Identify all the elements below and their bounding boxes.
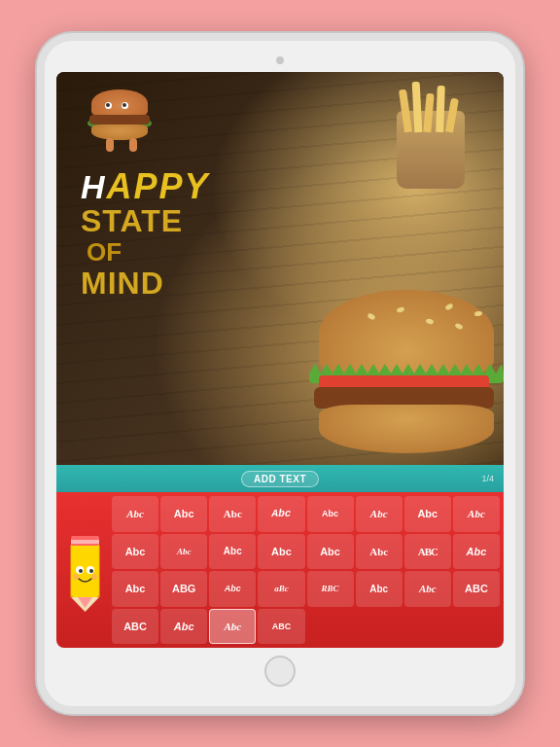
title-of: OF	[87, 238, 210, 267]
fries-decoration	[387, 82, 484, 198]
ipad-camera	[276, 56, 284, 64]
svg-point-9	[79, 569, 83, 573]
font-item[interactable]: Abc	[258, 534, 304, 570]
add-text-button[interactable]: ADD TEXT	[241, 471, 319, 487]
font-item[interactable]: ABC	[258, 609, 304, 645]
font-item[interactable]: ABG	[160, 571, 207, 607]
font-item[interactable]: Abc	[404, 496, 451, 532]
pencil-icon	[56, 492, 110, 648]
font-item[interactable]: ABC	[453, 571, 500, 607]
font-item[interactable]: Abc	[209, 571, 256, 607]
toolbar: ADD TEXT 1/4	[56, 465, 504, 492]
font-item[interactable]: Abc	[307, 534, 354, 570]
font-item[interactable]: Abc	[453, 496, 500, 532]
font-item[interactable]: Abc	[209, 534, 256, 570]
font-item[interactable]: Abc	[112, 534, 158, 570]
fries-bag	[397, 111, 465, 189]
svg-rect-0	[71, 541, 99, 597]
title-mind: MIND	[81, 267, 210, 301]
font-item-selected[interactable]: Abc	[209, 609, 256, 645]
font-grid: Abc Abc Abc Abc Abc Abc Abc Abc Abc Abc …	[110, 492, 504, 648]
svg-point-11	[73, 574, 79, 580]
svg-point-12	[91, 574, 97, 580]
ipad-home-button[interactable]	[264, 656, 296, 687]
ipad-screen: HHAPPYAPPY STATE OF MIND	[56, 72, 504, 648]
svg-rect-4	[71, 540, 99, 544]
font-item[interactable]: Abc	[356, 534, 402, 570]
font-item[interactable]: Abc	[356, 571, 402, 607]
font-item[interactable]: Abc	[356, 496, 402, 532]
page-indicator: 1/4	[481, 474, 494, 483]
title-text-overlay: HHAPPYAPPY STATE OF MIND	[81, 169, 210, 301]
font-item[interactable]: Abc	[258, 496, 304, 532]
font-item[interactable]: Abc	[112, 571, 158, 607]
font-item[interactable]: Abc	[307, 496, 354, 532]
font-item[interactable]: Abc	[160, 609, 207, 645]
font-item[interactable]: RBC	[307, 571, 354, 607]
ipad-frame: HHAPPYAPPY STATE OF MIND	[37, 33, 523, 714]
font-panel: Abc Abc Abc Abc Abc Abc Abc Abc Abc Abc …	[56, 492, 504, 648]
font-item[interactable]: aBc	[258, 571, 304, 607]
big-burger-decoration	[309, 290, 504, 465]
font-item[interactable]: Abc	[209, 496, 256, 532]
font-item[interactable]: Abc	[453, 534, 500, 570]
font-item[interactable]: Abc	[112, 496, 158, 532]
burger-sticker	[86, 89, 154, 153]
svg-point-10	[89, 569, 93, 573]
title-happy: HHAPPYAPPY	[81, 169, 210, 204]
font-item[interactable]: Abc	[404, 571, 451, 607]
font-item[interactable]: ABC	[112, 609, 158, 645]
photo-area[interactable]: HHAPPYAPPY STATE OF MIND	[56, 72, 504, 465]
title-state: STATE	[81, 204, 210, 238]
font-item[interactable]: Abc	[160, 534, 207, 570]
font-item[interactable]: Abc	[160, 496, 207, 532]
font-item[interactable]: ABC	[404, 534, 451, 570]
